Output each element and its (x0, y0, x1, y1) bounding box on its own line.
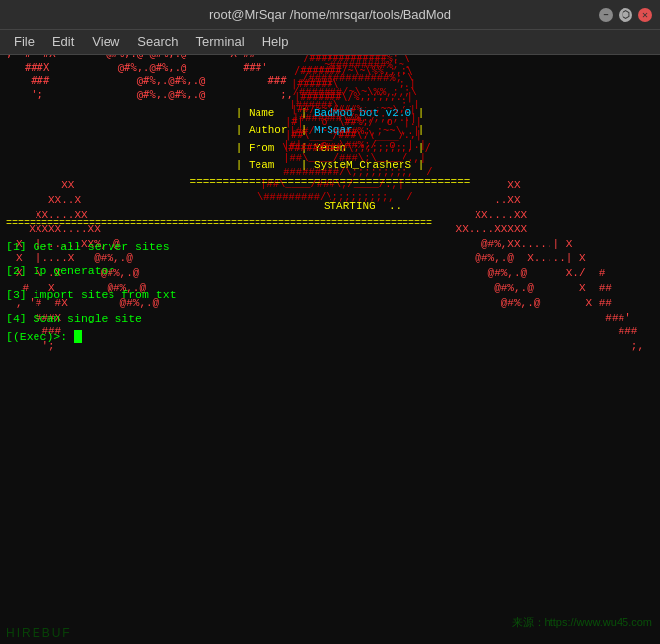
title-bar: root@MrSqar /home/mrsqar/tools/BadMod – … (0, 0, 660, 30)
hirebuf-label: HIREBUF (6, 626, 72, 640)
menu-search[interactable]: Search (129, 33, 185, 51)
menu-file[interactable]: File (6, 33, 42, 51)
prompt-text: [(Exec)>: (6, 330, 74, 343)
menu-help[interactable]: Help (255, 33, 297, 51)
window-controls: – ⬡ ✕ (599, 8, 652, 22)
skull-ascii: .~#########%;~. /#############%;`\ /####… (6, 55, 654, 154)
window-title: root@MrSqar /home/mrsqar/tools/BadMod (209, 7, 451, 22)
menu-bar: File Edit View Search Terminal Help (0, 30, 660, 55)
terminal-window[interactable]: .~#########%;~. /#############%;`\ /####… (0, 55, 660, 644)
watermark: 来源：https://www.wu45.com (512, 615, 652, 630)
menu-edit[interactable]: Edit (44, 33, 82, 51)
minimize-button[interactable]: – (599, 8, 613, 22)
menu-terminal[interactable]: Terminal (188, 33, 253, 51)
menu-view[interactable]: View (84, 33, 127, 51)
restore-button[interactable]: ⬡ (619, 8, 632, 22)
close-button[interactable]: ✕ (638, 8, 652, 22)
terminal-cursor (74, 330, 82, 343)
